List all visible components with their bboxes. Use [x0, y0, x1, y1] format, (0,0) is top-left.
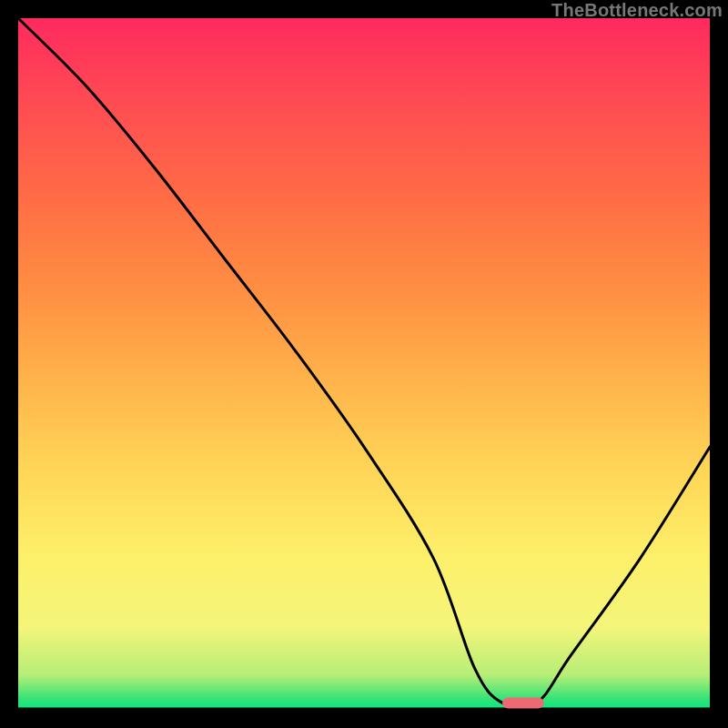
bottleneck-curve [18, 18, 710, 708]
chart-svg [18, 18, 710, 710]
optimal-marker [502, 697, 544, 708]
plot-area [18, 18, 710, 710]
attribution-text: TheBottleneck.com [551, 0, 723, 21]
chart-frame: TheBottleneck.com [0, 0, 728, 728]
